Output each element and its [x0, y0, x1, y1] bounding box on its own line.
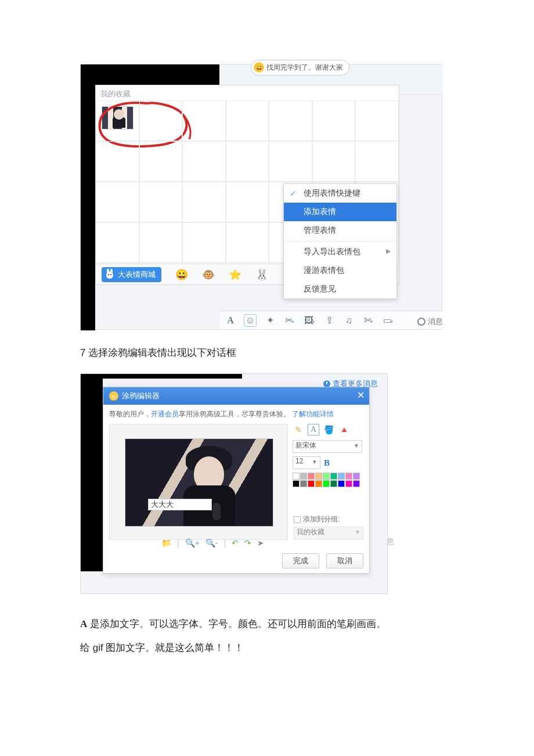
paragraph-A: A 是添加文字。可以选字体。字号。颜色。还可以用前面的笔刷画画。: [80, 613, 454, 636]
emoticon-store-button[interactable]: 大表情商城: [102, 267, 161, 282]
color-swatch[interactable]: [353, 480, 360, 487]
text-overlay-input[interactable]: 大大大: [148, 499, 212, 510]
color-swatch[interactable]: [308, 480, 315, 487]
submenu-arrow-icon: ▶: [386, 247, 391, 255]
menu-roam-pack[interactable]: 漫游表情包: [284, 261, 396, 280]
grid-cell[interactable]: [312, 100, 356, 141]
canvas-area[interactable]: 大大大: [109, 424, 288, 540]
bucket-tool-icon[interactable]: 🪣: [323, 424, 334, 435]
grid-cell[interactable]: [355, 141, 399, 182]
clock-icon: [417, 318, 425, 326]
menu-add-emoticon[interactable]: 添加表情: [284, 203, 396, 221]
music-tool-icon[interactable]: ♫: [342, 315, 355, 326]
message-history-button[interactable]: 消息: [417, 316, 443, 327]
color-swatch[interactable]: [315, 473, 322, 480]
grid-cell[interactable]: [139, 141, 183, 182]
monkey-tab-icon[interactable]: 🐵: [202, 268, 215, 281]
menu-label: 反馈意见: [304, 284, 336, 293]
star-tab-icon[interactable]: ⭐: [229, 268, 241, 281]
color-swatch[interactable]: [300, 480, 307, 487]
grin-emoji-icon: 😀: [254, 62, 264, 73]
group-select[interactable]: 我的收藏 ▼: [294, 527, 363, 539]
zoom-in-icon[interactable]: 🔍+: [185, 538, 200, 548]
font-tool-icon[interactable]: A: [224, 315, 237, 326]
grid-cell[interactable]: [355, 100, 399, 141]
font-select[interactable]: 新宋体 ▼: [293, 440, 362, 453]
emoticon-tool-icon[interactable]: ☺: [244, 314, 257, 327]
editing-image: [125, 438, 273, 527]
svg-point-4: [110, 274, 111, 275]
menu-label: 漫游表情包: [304, 265, 344, 275]
color-swatch[interactable]: [330, 480, 337, 487]
grid-cell[interactable]: [182, 182, 226, 222]
size-select[interactable]: 12 ▼: [293, 456, 320, 469]
grin-tab-icon[interactable]: 😀: [175, 268, 188, 281]
grid-cell[interactable]: [139, 222, 183, 263]
rabbit-tab-icon[interactable]: 🐰: [255, 268, 268, 281]
svg-point-2: [110, 269, 113, 273]
redo-icon[interactable]: ↷: [244, 538, 251, 548]
done-button[interactable]: 完成: [282, 553, 319, 568]
close-icon[interactable]: ✕: [357, 391, 365, 400]
grid-cell[interactable]: [139, 100, 183, 141]
stamp-tool-icon[interactable]: 🔺: [338, 424, 349, 435]
scissors-tool-icon[interactable]: ✄: [362, 315, 375, 326]
grid-cell[interactable]: [96, 141, 139, 182]
color-swatch[interactable]: [315, 480, 322, 487]
color-swatch[interactable]: [345, 480, 352, 487]
color-swatch[interactable]: [293, 473, 300, 480]
cancel-button[interactable]: 取消: [326, 553, 363, 568]
grid-cell[interactable]: [96, 182, 139, 222]
folder-icon[interactable]: 📁: [161, 538, 171, 548]
vip-link[interactable]: 开通会员: [151, 410, 179, 418]
brush-tool-icon[interactable]: ✎: [293, 424, 304, 435]
grid-cell[interactable]: [226, 141, 269, 182]
checkbox-icon[interactable]: [294, 516, 301, 523]
text-tool-icon[interactable]: A: [308, 424, 319, 435]
learn-more-link[interactable]: 了解功能详情: [292, 410, 334, 418]
grid-cell[interactable]: [96, 222, 139, 263]
grid-cell[interactable]: [139, 182, 183, 222]
color-swatch[interactable]: [293, 480, 300, 487]
color-swatch[interactable]: [308, 473, 315, 480]
color-swatch[interactable]: [345, 473, 352, 480]
grid-cell[interactable]: [96, 100, 139, 141]
grid-cell[interactable]: [182, 100, 226, 141]
bold-toggle[interactable]: B: [324, 458, 330, 468]
cursor-icon[interactable]: ➤: [257, 538, 264, 548]
menu-label: 导入导出表情包: [304, 247, 360, 256]
color-swatch[interactable]: [323, 480, 330, 487]
grid-cell[interactable]: [226, 222, 269, 263]
add-to-group-row[interactable]: 添加到分组:: [294, 514, 363, 524]
grid-cell[interactable]: [226, 182, 269, 222]
image-tool-icon[interactable]: 🖼: [303, 315, 316, 326]
black-bar-left: [81, 64, 95, 330]
screenshot-tool-icon[interactable]: ✂: [283, 315, 296, 326]
menu-feedback[interactable]: 反馈意见: [284, 280, 396, 298]
undo-icon[interactable]: ↶: [232, 538, 239, 548]
grid-cell[interactable]: [226, 100, 269, 141]
color-swatch[interactable]: [323, 473, 330, 480]
grid-cell[interactable]: [312, 141, 356, 182]
color-swatch[interactable]: [330, 473, 337, 480]
chat-bubble: 😀 找周完学到了。谢谢大家: [251, 60, 349, 75]
grid-cell[interactable]: [182, 222, 226, 263]
svg-point-1: [107, 269, 109, 273]
zoom-out-icon[interactable]: 🔍-: [205, 538, 218, 548]
color-swatch[interactable]: [338, 473, 345, 480]
color-swatch[interactable]: [300, 473, 307, 480]
menu-manage-emoticon[interactable]: 管理表情: [284, 221, 396, 240]
mask-tool-icon[interactable]: ▭: [382, 315, 395, 326]
menu-import-export[interactable]: 导入导出表情包 ▶: [284, 243, 396, 261]
favorites-title: 我的收藏: [96, 85, 399, 100]
grid-cell[interactable]: [182, 141, 226, 182]
upload-tool-icon[interactable]: ⇪: [323, 315, 335, 326]
chat-text: 找周完学到了。谢谢大家: [266, 63, 343, 71]
grid-cell[interactable]: [269, 141, 312, 182]
menu-use-shortcut[interactable]: ✓ 使用表情快捷键: [284, 184, 396, 203]
color-swatch[interactable]: [338, 480, 345, 487]
grid-cell[interactable]: [269, 100, 312, 141]
img-mic: [212, 503, 221, 520]
magic-tool-icon[interactable]: ✦: [264, 315, 276, 326]
color-swatch[interactable]: [353, 473, 360, 480]
